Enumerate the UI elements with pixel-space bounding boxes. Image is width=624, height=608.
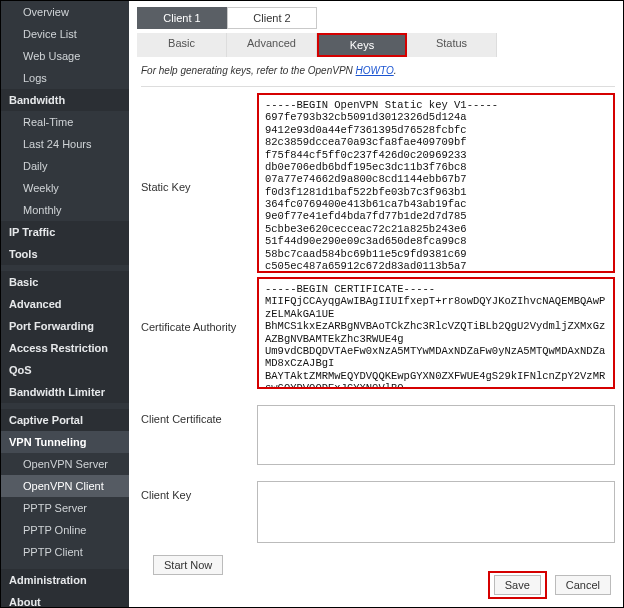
sidebar-item-device-list[interactable]: Device List: [1, 23, 129, 45]
sidebar-item-pptp-online[interactable]: PPTP Online: [1, 519, 129, 541]
subtab-keys[interactable]: Keys: [317, 33, 407, 57]
sidebar-item-administration[interactable]: Administration: [1, 569, 129, 591]
footer-buttons: Save Cancel: [488, 571, 611, 599]
howto-link[interactable]: HOWTO: [356, 65, 394, 76]
sidebar-item-pptp-client[interactable]: PPTP Client: [1, 541, 129, 563]
sidebar-item-port-forwarding[interactable]: Port Forwarding: [1, 315, 129, 337]
sidebar-item-basic[interactable]: Basic: [1, 271, 129, 293]
save-highlight: Save: [488, 571, 547, 599]
label-client-cert: Client Certificate: [141, 395, 257, 425]
label-ca: Certificate Authority: [141, 277, 257, 333]
sidebar-item-web-usage[interactable]: Web Usage: [1, 45, 129, 67]
label-static-key: Static Key: [141, 93, 257, 193]
main-panel: Client 1 Client 2 Basic Advanced Keys St…: [129, 1, 623, 607]
client-tab-1[interactable]: Client 1: [137, 7, 227, 29]
sidebar-item-vpn-tunneling[interactable]: VPN Tunneling: [1, 431, 129, 453]
help-text: For help generating keys, refer to the O…: [141, 65, 623, 76]
sub-tabs: Basic Advanced Keys Status: [137, 33, 623, 57]
divider: [141, 86, 615, 87]
sidebar: OverviewDevice ListWeb UsageLogsBandwidt…: [1, 1, 129, 607]
sidebar-item-last-24-hours[interactable]: Last 24 Hours: [1, 133, 129, 155]
sidebar-item-ip-traffic[interactable]: IP Traffic: [1, 221, 129, 243]
client-key-field[interactable]: [257, 481, 615, 543]
cancel-button[interactable]: Cancel: [555, 575, 611, 595]
sidebar-item-bandwidth-limiter[interactable]: Bandwidth Limiter: [1, 381, 129, 403]
sidebar-item-captive-portal[interactable]: Captive Portal: [1, 409, 129, 431]
row-client-key: Client Key: [141, 471, 615, 543]
sidebar-item-bandwidth[interactable]: Bandwidth: [1, 89, 129, 111]
sidebar-item-monthly[interactable]: Monthly: [1, 199, 129, 221]
client-tabs: Client 1 Client 2: [137, 7, 623, 29]
sidebar-item-access-restriction[interactable]: Access Restriction: [1, 337, 129, 359]
sidebar-item-daily[interactable]: Daily: [1, 155, 129, 177]
start-now-button[interactable]: Start Now: [153, 555, 223, 575]
sidebar-item-tools[interactable]: Tools: [1, 243, 129, 265]
sidebar-item-overview[interactable]: Overview: [1, 1, 129, 23]
client-tab-2[interactable]: Client 2: [227, 7, 317, 29]
subtab-advanced[interactable]: Advanced: [227, 33, 317, 57]
help-prefix: For help generating keys, refer to the O…: [141, 65, 356, 76]
sidebar-item-openvpn-server[interactable]: OpenVPN Server: [1, 453, 129, 475]
subtab-status[interactable]: Status: [407, 33, 497, 57]
client-cert-field[interactable]: [257, 405, 615, 465]
row-ca: Certificate Authority: [141, 277, 615, 389]
row-client-cert: Client Certificate: [141, 395, 615, 465]
sidebar-item-pptp-server[interactable]: PPTP Server: [1, 497, 129, 519]
help-suffix: .: [394, 65, 397, 76]
sidebar-item-logs[interactable]: Logs: [1, 67, 129, 89]
sidebar-item-qos[interactable]: QoS: [1, 359, 129, 381]
row-static-key: Static Key: [141, 93, 615, 273]
form-area: Static Key Certificate Authority Client …: [129, 80, 623, 607]
sidebar-item-about[interactable]: About: [1, 591, 129, 607]
static-key-field[interactable]: [257, 93, 615, 273]
label-client-key: Client Key: [141, 471, 257, 501]
save-button[interactable]: Save: [494, 575, 541, 595]
sidebar-item-openvpn-client[interactable]: OpenVPN Client: [1, 475, 129, 497]
ca-field[interactable]: [257, 277, 615, 389]
sidebar-item-real-time[interactable]: Real-Time: [1, 111, 129, 133]
sidebar-item-weekly[interactable]: Weekly: [1, 177, 129, 199]
subtab-basic[interactable]: Basic: [137, 33, 227, 57]
sidebar-item-advanced[interactable]: Advanced: [1, 293, 129, 315]
